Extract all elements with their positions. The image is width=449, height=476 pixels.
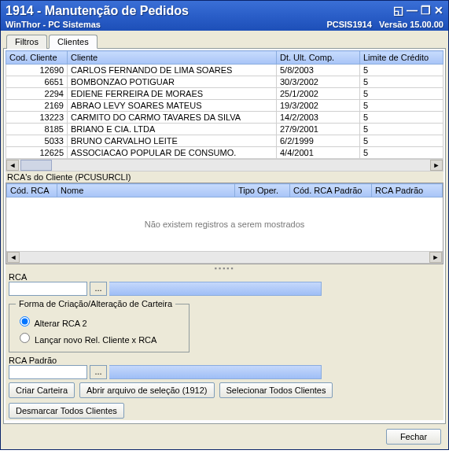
tab-filtros[interactable]: Filtros bbox=[6, 35, 47, 49]
cell-cliente: BRUNO CARVALHO LEITE bbox=[68, 135, 277, 147]
module-code: PCSIS1914 bbox=[326, 20, 371, 29]
table-row[interactable]: 2169ABRAO LEVY SOARES MATEUS19/3/20025 bbox=[6, 100, 443, 112]
cell-cliente: EDIENE FERREIRA DE MORAES bbox=[68, 88, 277, 100]
selecionar-todos-button[interactable]: Selecionar Todos Clientes bbox=[219, 382, 333, 398]
rca-section-title: RCA's do Cliente (PCUSURCLI) bbox=[6, 172, 443, 183]
cell-cod: 6651 bbox=[6, 76, 68, 88]
scroll-left-icon[interactable]: ◄ bbox=[7, 252, 20, 263]
table-row[interactable]: 8185BRIANO E CIA. LTDA27/9/20015 bbox=[6, 124, 443, 135]
table-row[interactable]: 13223CARMITO DO CARMO TAVARES DA SILVA14… bbox=[6, 112, 443, 124]
wallet-mode-group: Forma de Criação/Alteração de Carteira A… bbox=[9, 299, 190, 352]
col-cod-rca-padrao[interactable]: Cód. RCA Padrão bbox=[290, 184, 372, 197]
radio-alterar-rca2-label: Alterar RCA 2 bbox=[34, 319, 86, 328]
col-cliente[interactable]: Cliente bbox=[68, 51, 277, 65]
cell-cliente: ABRAO LEVY SOARES MATEUS bbox=[68, 100, 277, 112]
rca-padrao-browse-button[interactable]: ... bbox=[90, 365, 107, 379]
abrir-arquivo-button[interactable]: Abrir arquivo de seleção (1912) bbox=[79, 382, 214, 398]
rca-padrao-input[interactable] bbox=[9, 365, 87, 379]
col-cod-cliente[interactable]: Cod. Cliente bbox=[6, 51, 68, 65]
cell-limit: 5 bbox=[360, 147, 443, 159]
cell-limit: 5 bbox=[360, 88, 443, 100]
cell-cod: 12690 bbox=[6, 65, 68, 76]
cell-limit: 5 bbox=[360, 124, 443, 135]
cell-cliente: BRIANO E CIA. LTDA bbox=[68, 124, 277, 135]
rca-grid[interactable]: Cód. RCA Nome Tipo Oper. Cód. RCA Padrão… bbox=[6, 183, 443, 264]
cell-limit: 5 bbox=[360, 135, 443, 147]
cell-limit: 5 bbox=[360, 112, 443, 124]
rca-input[interactable] bbox=[9, 282, 87, 296]
radio-alterar-rca2[interactable] bbox=[20, 316, 30, 327]
rca-empty-message: Não existem registros a serem mostrados bbox=[6, 197, 443, 251]
criar-carteira-button[interactable]: Criar Carteira bbox=[9, 382, 75, 398]
cell-date: 30/3/2002 bbox=[277, 76, 360, 88]
scroll-left-icon[interactable]: ◄ bbox=[6, 160, 19, 171]
window-title: 1914 - Manutenção de Pedidos bbox=[6, 4, 443, 18]
product-name: WinThor - PC Sistemas bbox=[6, 20, 101, 29]
title-bar: ◱ — ❐ ✕ 1914 - Manutenção de Pedidos Win… bbox=[1, 1, 448, 31]
form-area: RCA ... Forma de Criação/Alteração de Ca… bbox=[6, 269, 443, 420]
rca-label: RCA bbox=[9, 272, 440, 282]
window-close-icon[interactable]: ✕ bbox=[434, 4, 443, 17]
col-tipo-oper[interactable]: Tipo Oper. bbox=[235, 184, 290, 197]
cell-date: 27/9/2001 bbox=[277, 124, 360, 135]
cell-limit: 5 bbox=[360, 100, 443, 112]
rca-display-bar bbox=[109, 282, 322, 296]
rca-browse-button[interactable]: ... bbox=[90, 282, 107, 296]
col-nome[interactable]: Nome bbox=[57, 184, 235, 197]
cell-date: 19/3/2002 bbox=[277, 100, 360, 112]
cell-limit: 5 bbox=[360, 76, 443, 88]
scroll-right-icon[interactable]: ► bbox=[429, 252, 442, 263]
window-controls: ◱ — ❐ ✕ bbox=[393, 4, 443, 17]
rca-padrao-display-bar bbox=[109, 365, 322, 379]
clients-grid[interactable]: Cod. Cliente Cliente Dt. Ult. Comp. Limi… bbox=[6, 50, 443, 159]
radio-novo-rel-label: Lançar novo Rel. Cliente x RCA bbox=[35, 335, 156, 345]
cell-cliente: BOMBONZAO POTIGUAR bbox=[68, 76, 277, 88]
cell-date: 6/2/1999 bbox=[277, 135, 360, 147]
window-maximize-icon[interactable]: ◱ bbox=[393, 4, 403, 17]
radio-novo-rel[interactable] bbox=[20, 333, 30, 343]
col-rca-padrao[interactable]: RCA Padrão bbox=[372, 184, 443, 197]
fechar-button[interactable]: Fechar bbox=[386, 429, 441, 445]
window-restore-icon[interactable]: ❐ bbox=[421, 4, 431, 17]
table-row[interactable]: 12690CARLOS FERNANDO DE LIMA SOARES5/8/2… bbox=[6, 65, 443, 76]
table-row[interactable]: 2294EDIENE FERREIRA DE MORAES25/1/20025 bbox=[6, 88, 443, 100]
cell-date: 4/4/2001 bbox=[277, 147, 360, 159]
cell-date: 5/8/2003 bbox=[277, 65, 360, 76]
table-row[interactable]: 6651BOMBONZAO POTIGUAR30/3/20025 bbox=[6, 76, 443, 88]
col-limite-credito[interactable]: Limite de Crédito bbox=[360, 51, 443, 65]
cell-cod: 13223 bbox=[6, 112, 68, 124]
cell-date: 14/2/2003 bbox=[277, 112, 360, 124]
scroll-thumb[interactable] bbox=[20, 160, 52, 171]
table-row[interactable]: 5033BRUNO CARVALHO LEITE6/2/19995 bbox=[6, 135, 443, 147]
col-cod-rca[interactable]: Cód. RCA bbox=[7, 184, 57, 197]
cell-cliente: CARLOS FERNANDO DE LIMA SOARES bbox=[68, 65, 277, 76]
window-minimize-icon[interactable]: — bbox=[407, 4, 418, 17]
cell-cod: 12625 bbox=[6, 147, 68, 159]
desmarcar-todos-button[interactable]: Desmarcar Todos Clientes bbox=[9, 403, 124, 419]
cell-date: 25/1/2002 bbox=[277, 88, 360, 100]
cell-cliente: CARMITO DO CARMO TAVARES DA SILVA bbox=[68, 112, 277, 124]
wallet-mode-legend: Forma de Criação/Alteração de Carteira bbox=[16, 299, 175, 308]
tab-clientes[interactable]: Clientes bbox=[49, 35, 98, 49]
rca-hscrollbar[interactable]: ◄ ► bbox=[6, 251, 443, 264]
scroll-right-icon[interactable]: ► bbox=[430, 160, 443, 171]
clients-hscrollbar[interactable]: ◄ ► bbox=[6, 159, 443, 172]
cell-cod: 8185 bbox=[6, 124, 68, 135]
cell-cod: 5033 bbox=[6, 135, 68, 147]
version-label: Versão 15.00.00 bbox=[379, 20, 443, 29]
cell-limit: 5 bbox=[360, 65, 443, 76]
col-dt-ult-comp[interactable]: Dt. Ult. Comp. bbox=[277, 51, 360, 65]
cell-cod: 2169 bbox=[6, 100, 68, 112]
clients-panel: Cod. Cliente Cliente Dt. Ult. Comp. Limi… bbox=[3, 48, 446, 424]
cell-cod: 2294 bbox=[6, 88, 68, 100]
cell-cliente: ASSOCIACAO POPULAR DE CONSUMO. bbox=[68, 147, 277, 159]
rca-padrao-label: RCA Padrão bbox=[9, 356, 440, 365]
tab-strip: Filtros Clientes bbox=[3, 34, 446, 48]
table-row[interactable]: 12625ASSOCIACAO POPULAR DE CONSUMO.4/4/2… bbox=[6, 147, 443, 159]
app-window: ◱ — ❐ ✕ 1914 - Manutenção de Pedidos Win… bbox=[0, 0, 449, 450]
